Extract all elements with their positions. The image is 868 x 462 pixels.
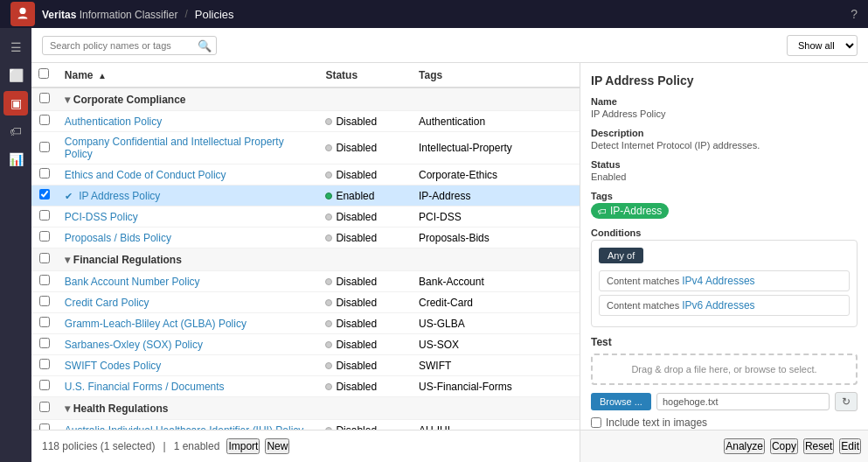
include-images-text: Include text in images [606, 416, 707, 429]
browse-row: Browse ... hogehoge.txt ↻ [591, 392, 858, 411]
policy-checkbox[interactable] [39, 142, 50, 152]
ipv6-link[interactable]: IPv6 Addresses [682, 299, 754, 312]
group-checkbox[interactable] [39, 253, 50, 263]
policy-row[interactable]: Ethics and Code of Conduct Policy Disabl… [31, 164, 580, 186]
status-dot: Disabled [325, 232, 377, 244]
policy-checkbox[interactable] [39, 424, 50, 430]
tags-cell: US-Financial-Forms [412, 376, 580, 397]
panel-conditions-section: Conditions Any of Content matches IPv4 A… [591, 228, 858, 327]
policy-link[interactable]: IP Address Policy [79, 190, 160, 202]
policy-checkbox[interactable] [39, 115, 50, 125]
policy-link[interactable]: Credit Card Policy [65, 297, 149, 309]
policy-row[interactable]: Company Confidential and Intellectual Pr… [31, 132, 580, 164]
status-indicator [325, 192, 332, 200]
help-icon[interactable]: ? [851, 7, 858, 21]
sidebar-icon-home[interactable]: ⬜ [3, 63, 28, 88]
policy-row[interactable]: Bank Account Number Policy Disabled Bank… [31, 271, 580, 292]
policy-row[interactable]: Australia Individual Healthcare Identifi… [31, 420, 580, 430]
policy-row[interactable]: PCI-DSS Policy Disabled PCI-DSS [31, 206, 580, 228]
policy-checkbox[interactable] [39, 338, 50, 348]
show-all-select[interactable]: Show all Enabled Disabled [787, 35, 858, 56]
import-button[interactable]: Import [226, 438, 260, 454]
status-dot: Disabled [325, 360, 377, 372]
ipv4-link[interactable]: IPv4 Addresses [682, 275, 754, 287]
policy-link[interactable]: Company Confidential and Intellectual Pr… [65, 136, 284, 160]
policy-checkbox[interactable] [39, 317, 50, 327]
policy-link[interactable]: Bank Account Number Policy [65, 276, 200, 288]
name-value: IP Address Policy [591, 108, 858, 119]
tags-cell: AU-IHI [412, 420, 580, 430]
select-all-checkbox[interactable] [38, 68, 49, 79]
refresh-button[interactable]: ↻ [835, 392, 858, 411]
policy-checkbox[interactable] [39, 296, 50, 306]
search-button[interactable]: 🔍 [198, 38, 212, 52]
search-wrap: 🔍 [42, 36, 217, 55]
edit-button[interactable]: Edit [839, 438, 861, 454]
sidebar-icon-policies[interactable]: ▣ [3, 91, 28, 116]
any-of-button[interactable]: Any of [599, 248, 643, 263]
policy-row[interactable]: ✔ IP Address Policy Enabled IP-Address [31, 186, 580, 206]
name-label: Name [591, 96, 858, 107]
tags-cell: Bank-Account [412, 271, 580, 292]
col-tags-header: Tags [412, 63, 580, 88]
include-images-label[interactable]: Include text in images [591, 416, 858, 429]
tags-cell: Authentication [412, 111, 580, 132]
policy-link[interactable]: SWIFT Codes Policy [65, 360, 161, 372]
status-indicator [325, 278, 332, 285]
test-label: Test [591, 336, 858, 348]
policy-link[interactable]: U.S. Financial Forms / Documents [65, 381, 225, 393]
status-dot: Disabled [325, 297, 377, 309]
status-text: Disabled [336, 297, 377, 309]
policy-link[interactable]: Authentication Policy [65, 116, 162, 128]
policy-link[interactable]: Sarbanes-Oxley (SOX) Policy [65, 339, 203, 351]
policy-checkbox[interactable] [39, 168, 50, 178]
browse-button[interactable]: Browse ... [591, 393, 651, 410]
policy-row[interactable]: Credit Card Policy Disabled Credit-Card [31, 292, 580, 313]
policy-row[interactable]: U.S. Financial Forms / Documents Disable… [31, 376, 580, 397]
status-text: Disabled [336, 276, 377, 288]
status-dot: Enabled [325, 190, 374, 202]
policy-row[interactable]: SWIFT Codes Policy Disabled SWIFT [31, 355, 580, 376]
sidebar-icon-tags[interactable]: 🏷 [3, 119, 28, 144]
policy-link[interactable]: PCI-DSS Policy [65, 211, 138, 223]
group-checkbox[interactable] [39, 93, 50, 103]
tags-label: Tags [591, 191, 858, 201]
policy-row[interactable]: Authentication Policy Disabled Authentic… [31, 111, 580, 132]
policy-link[interactable]: Gramm-Leach-Bliley Act (GLBA) Policy [65, 318, 247, 330]
policy-row[interactable]: Gramm-Leach-Bliley Act (GLBA) Policy Dis… [31, 313, 580, 334]
drop-area[interactable]: Drag & drop a file here, or browse to se… [591, 354, 858, 385]
policy-checkbox[interactable] [39, 231, 50, 242]
policy-checkbox[interactable] [39, 275, 50, 285]
reset-button[interactable]: Reset [803, 438, 834, 454]
sidebar-icon-reports[interactable]: 📊 [3, 147, 28, 172]
tags-cell: Credit-Card [412, 292, 580, 313]
status-label: Status [591, 159, 858, 170]
analyze-button[interactable]: Analyze [724, 438, 765, 454]
policy-checkbox[interactable] [39, 359, 50, 369]
new-button[interactable]: New [265, 438, 289, 454]
tags-cell: PCI-DSS [412, 206, 580, 228]
include-images-checkbox[interactable] [591, 417, 601, 428]
group-checkbox[interactable] [39, 402, 50, 412]
policy-row[interactable]: Proposals / Bids Policy Disabled Proposa… [31, 228, 580, 248]
condition-item-ipv4: Content matches IPv4 Addresses [599, 270, 850, 291]
condition-item-ipv6: Content matches IPv6 Addresses [599, 295, 850, 316]
bottom-left-btns: Import New [226, 438, 289, 454]
policy-checkbox[interactable] [39, 210, 50, 220]
search-input[interactable] [42, 36, 217, 55]
tags-cell: Corporate-Ethics [412, 164, 580, 186]
policy-row[interactable]: Sarbanes-Oxley (SOX) Policy Disabled US-… [31, 334, 580, 355]
page-title: Policies [195, 8, 234, 21]
status-text: Disabled [336, 318, 377, 330]
status-text: Disabled [336, 142, 377, 154]
copy-button[interactable]: Copy [770, 438, 798, 454]
sidebar-icon-menu[interactable]: ☰ [3, 35, 28, 60]
svg-point-0 [19, 8, 25, 14]
policy-link[interactable]: Proposals / Bids Policy [65, 232, 171, 244]
panel-title: IP Address Policy [591, 74, 858, 88]
policy-checkbox[interactable] [39, 189, 50, 200]
bottom-combined: 118 policies (1 selected) | 1 enabled Im… [31, 430, 868, 462]
policy-link[interactable]: Ethics and Code of Conduct Policy [65, 169, 226, 181]
status-dot: Disabled [325, 276, 377, 288]
policy-checkbox[interactable] [39, 380, 50, 390]
